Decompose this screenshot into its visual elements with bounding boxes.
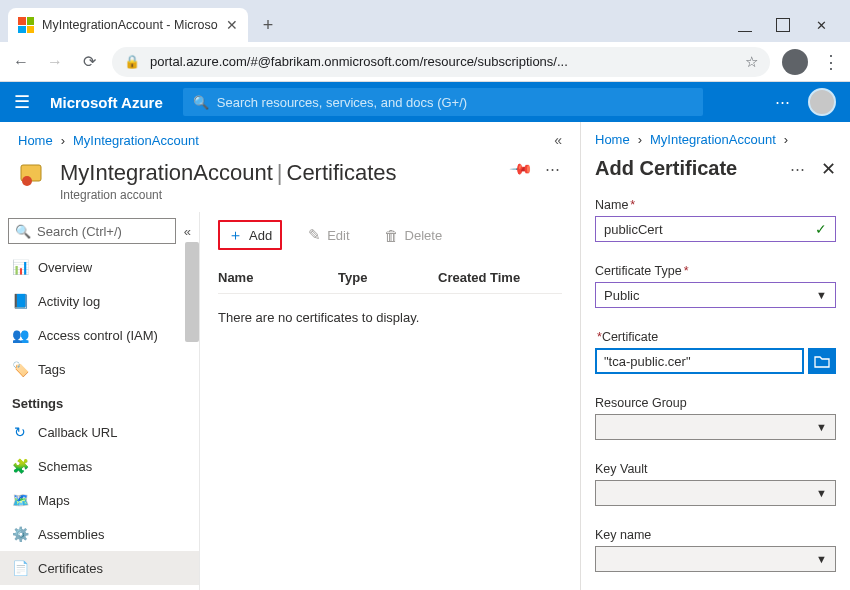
maximize-button[interactable] [776,18,790,32]
col-created[interactable]: Created Time [438,270,562,285]
name-label: Name* [595,198,836,212]
command-bar: ＋ Add ✎ Edit 🗑 Delete [218,220,562,262]
search-icon: 🔍 [15,224,31,239]
azure-top-bar: ☰ Microsoft Azure 🔍 Search resources, se… [0,82,850,122]
pin-icon[interactable]: 📌 [508,156,534,182]
resource-menu: 🔍 Search (Ctrl+/) « 📊 Overview 📘 Activit… [0,212,200,590]
access-control-icon: 👥 [12,327,28,343]
sidebar-item-certificates[interactable]: 📄 Certificates [0,551,199,585]
top-bar-more-icon[interactable]: ⋯ [775,93,792,111]
kv-label: Key Vault [595,462,836,476]
header-more-icon[interactable]: ⋯ [545,160,562,178]
delete-button[interactable]: 🗑 Delete [376,220,451,250]
browse-file-button[interactable] [808,348,836,374]
sidebar-group-settings: Settings [0,386,199,415]
back-button[interactable]: ← [10,53,32,71]
rg-dropdown[interactable]: ▼ [595,414,836,440]
blade-breadcrumb: Home › MyIntegrationAccount › [595,122,836,157]
global-search[interactable]: 🔍 Search resources, services, and docs (… [183,88,703,116]
user-avatar[interactable] [808,88,836,116]
certificates-list: ＋ Add ✎ Edit 🗑 Delete Name Type Crea [200,212,580,590]
chevron-right-icon: › [61,133,65,148]
add-certificate-blade: Home › MyIntegrationAccount › Add Certif… [580,122,850,590]
sidebar-item-maps[interactable]: 🗺️ Maps [0,483,199,517]
minimize-button[interactable] [738,18,752,32]
col-type[interactable]: Type [338,270,438,285]
sidebar-item-tags[interactable]: 🏷️ Tags [0,352,199,386]
overview-icon: 📊 [12,259,28,275]
close-tab-icon[interactable]: ✕ [226,17,238,33]
integration-account-icon [18,160,48,190]
page-title: MyIntegrationAccount|Certificates [60,160,397,186]
resource-header: MyIntegrationAccount|Certificates Integr… [0,158,580,212]
blade-more-icon[interactable]: ⋯ [790,160,807,178]
bookmark-icon[interactable]: ☆ [745,53,758,71]
chrome-menu-icon[interactable]: ⋮ [822,51,840,73]
add-button[interactable]: ＋ Add [218,220,282,250]
browser-tab-strip: MyIntegrationAccount - Microso ✕ + ✕ [0,0,850,42]
tab-title: MyIntegrationAccount - Microso [42,18,218,32]
col-name[interactable]: Name [218,270,338,285]
kv-dropdown[interactable]: ▼ [595,480,836,506]
sidebar-item-schemas[interactable]: 🧩 Schemas [0,449,199,483]
chevron-down-icon: ▼ [816,289,827,301]
collapse-breadcrumb-icon[interactable]: « [554,132,562,148]
reload-button[interactable]: ⟳ [78,52,100,71]
edit-button[interactable]: ✎ Edit [300,220,357,250]
chrome-account-avatar[interactable] [782,49,808,75]
svg-point-1 [22,176,32,186]
close-blade-icon[interactable]: ✕ [821,158,836,180]
name-field[interactable]: publicCert ✓ [595,216,836,242]
new-tab-button[interactable]: + [254,11,282,39]
brand[interactable]: Microsoft Azure [50,94,163,111]
lock-icon: 🔒 [124,54,140,69]
pencil-icon: ✎ [308,226,321,244]
sidebar-item-activity-log[interactable]: 📘 Activity log [0,284,199,318]
scrollbar-thumb[interactable] [185,242,199,342]
crumb-home[interactable]: Home [18,133,53,148]
type-label: Certificate Type* [595,264,836,278]
certificates-icon: 📄 [12,560,28,576]
activity-log-icon: 📘 [12,293,28,309]
cert-file-field[interactable]: "tca-public.cer" [595,348,804,374]
trash-icon: 🗑 [384,227,399,244]
portal-menu-icon[interactable]: ☰ [14,91,30,113]
address-bar: ← → ⟳ 🔒 portal.azure.com/#@fabrikam.onmi… [0,42,850,82]
collapse-menu-icon[interactable]: « [184,224,191,239]
ms-favicon [18,17,34,33]
close-window-button[interactable]: ✕ [814,18,828,32]
chevron-right-icon: › [784,132,788,147]
sidebar-item-access-control[interactable]: 👥 Access control (IAM) [0,318,199,352]
crumb-home[interactable]: Home [595,132,630,147]
cert-label: *Certificate [595,330,836,344]
sidebar-item-callback-url[interactable]: ↻ Callback URL [0,415,199,449]
resource-type: Integration account [60,188,397,202]
assemblies-icon: ⚙️ [12,526,28,542]
browser-tab[interactable]: MyIntegrationAccount - Microso ✕ [8,8,248,42]
chevron-right-icon: › [638,132,642,147]
url-text: portal.azure.com/#@fabrikam.onmicrosoft.… [150,54,735,69]
menu-search[interactable]: 🔍 Search (Ctrl+/) [8,218,176,244]
crumb-resource[interactable]: MyIntegrationAccount [73,133,199,148]
keyname-dropdown[interactable]: ▼ [595,546,836,572]
blade-title: Add Certificate [595,157,737,180]
sidebar-item-overview[interactable]: 📊 Overview [0,250,199,284]
tags-icon: 🏷️ [12,361,28,377]
type-dropdown[interactable]: Public ▼ [595,282,836,308]
plus-icon: ＋ [228,226,243,245]
search-icon: 🔍 [193,95,209,110]
main-panel: Home › MyIntegrationAccount « MyIntegrat… [0,122,580,590]
chevron-down-icon: ▼ [816,553,827,565]
empty-message: There are no certificates to display. [218,294,562,341]
sidebar-item-assemblies[interactable]: ⚙️ Assemblies [0,517,199,551]
callback-url-icon: ↻ [12,424,28,440]
url-box[interactable]: 🔒 portal.azure.com/#@fabrikam.onmicrosof… [112,47,770,77]
keyname-label: Key name [595,528,836,542]
search-placeholder: Search resources, services, and docs (G+… [217,95,467,110]
maps-icon: 🗺️ [12,492,28,508]
chevron-down-icon: ▼ [816,421,827,433]
menu-search-placeholder: Search (Ctrl+/) [37,224,122,239]
rg-label: Resource Group [595,396,836,410]
crumb-resource[interactable]: MyIntegrationAccount [650,132,776,147]
forward-button[interactable]: → [44,53,66,71]
